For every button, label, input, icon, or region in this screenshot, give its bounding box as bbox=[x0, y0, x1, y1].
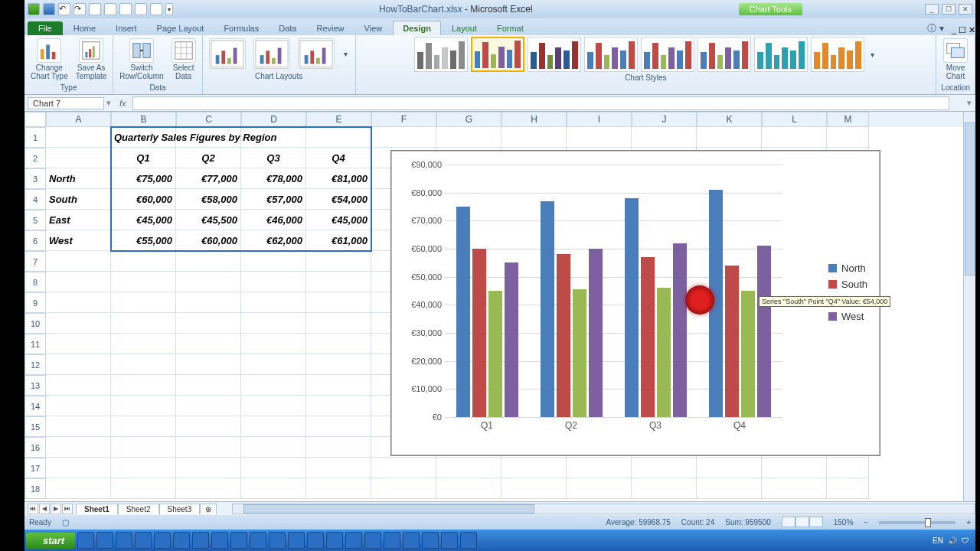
cell[interactable] bbox=[762, 127, 827, 148]
legend-item[interactable]: West bbox=[828, 311, 867, 322]
cell[interactable] bbox=[111, 313, 176, 334]
cell[interactable] bbox=[241, 458, 306, 478]
cell[interactable] bbox=[306, 354, 371, 375]
taskbar-item[interactable] bbox=[269, 532, 286, 549]
taskbar-item[interactable] bbox=[307, 532, 324, 549]
chart-bar[interactable] bbox=[673, 243, 687, 417]
cell[interactable]: €54,000 bbox=[306, 189, 371, 210]
cell[interactable]: Q1 bbox=[111, 148, 176, 168]
cell[interactable] bbox=[827, 478, 869, 499]
row-header[interactable]: 12 bbox=[24, 354, 46, 375]
move-chart-button[interactable]: Move Chart bbox=[942, 37, 969, 82]
taskbar-item[interactable] bbox=[364, 532, 381, 549]
cell[interactable] bbox=[241, 416, 306, 437]
fx-icon[interactable]: fx bbox=[113, 99, 132, 108]
chart-style-swatch[interactable] bbox=[528, 37, 581, 72]
row-header[interactable]: 3 bbox=[24, 168, 46, 189]
cell[interactable] bbox=[827, 458, 869, 478]
row-header[interactable]: 1 bbox=[24, 127, 46, 148]
formula-input[interactable] bbox=[132, 96, 949, 110]
cell[interactable] bbox=[46, 354, 111, 375]
cell[interactable] bbox=[46, 437, 111, 458]
cell[interactable] bbox=[176, 354, 241, 375]
column-header[interactable]: G bbox=[436, 112, 501, 127]
chart-layout-preset[interactable] bbox=[296, 37, 336, 70]
tab-data[interactable]: Data bbox=[270, 21, 305, 35]
cell[interactable]: €45,000 bbox=[111, 210, 176, 230]
cell[interactable] bbox=[697, 127, 762, 148]
chart-bar[interactable] bbox=[625, 198, 639, 417]
tab-home[interactable]: Home bbox=[64, 21, 105, 35]
cell[interactable] bbox=[306, 396, 371, 416]
cell[interactable] bbox=[46, 478, 111, 499]
cell[interactable] bbox=[176, 458, 241, 478]
column-header[interactable]: E bbox=[306, 112, 371, 127]
row-header[interactable]: 4 bbox=[24, 189, 46, 210]
cell[interactable] bbox=[176, 396, 241, 416]
switch-row-column-button[interactable]: Switch Row/Column bbox=[118, 37, 165, 82]
chart-bar[interactable] bbox=[541, 201, 554, 417]
select-all-corner[interactable] bbox=[24, 112, 46, 127]
qat-icon[interactable] bbox=[104, 3, 116, 15]
chart-bar[interactable] bbox=[657, 288, 671, 417]
zoom-slider[interactable] bbox=[879, 521, 956, 524]
cell[interactable] bbox=[306, 292, 371, 313]
tab-file[interactable]: File bbox=[28, 21, 63, 35]
chart-bar[interactable] bbox=[505, 262, 518, 417]
cell[interactable] bbox=[176, 313, 241, 334]
taskbar-item[interactable] bbox=[422, 532, 439, 549]
chart-bar[interactable] bbox=[573, 289, 586, 417]
taskbar-item[interactable] bbox=[116, 532, 132, 549]
row-header[interactable]: 18 bbox=[24, 478, 46, 499]
embedded-chart[interactable]: €0€10,000€20,000€30,000€40,000€50,000€60… bbox=[390, 150, 880, 456]
tab-formulas[interactable]: Formulas bbox=[214, 21, 268, 35]
redo-icon[interactable]: ↷ bbox=[74, 3, 86, 15]
cell[interactable] bbox=[176, 416, 241, 437]
taskbar-item[interactable] bbox=[441, 532, 458, 549]
cell[interactable]: €61,000 bbox=[306, 230, 371, 251]
tab-review[interactable]: Review bbox=[307, 21, 353, 35]
horizontal-scrollbar[interactable] bbox=[232, 504, 975, 514]
cell[interactable] bbox=[371, 478, 436, 499]
qat-icon[interactable] bbox=[119, 3, 132, 15]
cell[interactable] bbox=[111, 272, 176, 292]
cell[interactable] bbox=[46, 292, 111, 313]
system-tray[interactable]: EN🔊🛡 bbox=[933, 536, 974, 545]
chart-style-swatch[interactable] bbox=[811, 37, 864, 72]
sheet-nav-first[interactable]: ⏮ bbox=[28, 504, 38, 514]
chart-bar[interactable] bbox=[557, 254, 570, 417]
taskbar-item[interactable] bbox=[384, 532, 400, 549]
column-header[interactable]: J bbox=[632, 112, 697, 127]
table-title[interactable]: Quarterly Sales Figures by Region bbox=[111, 127, 371, 148]
cell[interactable] bbox=[306, 416, 371, 437]
cell[interactable] bbox=[306, 478, 371, 499]
column-header[interactable]: H bbox=[501, 112, 567, 127]
maximize-button[interactable]: ☐ bbox=[942, 4, 956, 15]
cell[interactable] bbox=[241, 375, 306, 396]
chart-bar[interactable] bbox=[741, 291, 755, 417]
cell[interactable]: West bbox=[46, 230, 111, 251]
cell[interactable] bbox=[567, 478, 632, 499]
cell[interactable] bbox=[46, 148, 111, 168]
save-as-template-button[interactable]: Save As Template bbox=[74, 37, 109, 82]
chart-layout-preset[interactable] bbox=[252, 37, 292, 70]
cell[interactable] bbox=[632, 478, 697, 499]
chart-style-swatch[interactable] bbox=[414, 37, 468, 72]
cell[interactable] bbox=[46, 375, 111, 396]
cell[interactable]: €55,000 bbox=[111, 230, 176, 251]
cell[interactable] bbox=[241, 292, 306, 313]
column-header[interactable]: I bbox=[567, 112, 632, 127]
cell[interactable] bbox=[306, 437, 371, 458]
styles-more-icon[interactable]: ▾ bbox=[867, 51, 877, 59]
close-button[interactable]: ✕ bbox=[959, 4, 972, 15]
undo-icon[interactable]: ↶ bbox=[58, 3, 70, 15]
chart-bar[interactable] bbox=[757, 246, 771, 417]
cell[interactable] bbox=[176, 251, 241, 272]
cell[interactable] bbox=[762, 478, 827, 499]
name-box[interactable]: Chart 7 bbox=[28, 97, 104, 109]
cell[interactable] bbox=[306, 251, 371, 272]
namebox-dropdown-icon[interactable]: ▾ bbox=[104, 98, 113, 108]
column-header[interactable]: F bbox=[371, 112, 436, 127]
cell[interactable] bbox=[567, 458, 632, 478]
chart-style-swatch[interactable] bbox=[697, 37, 751, 72]
